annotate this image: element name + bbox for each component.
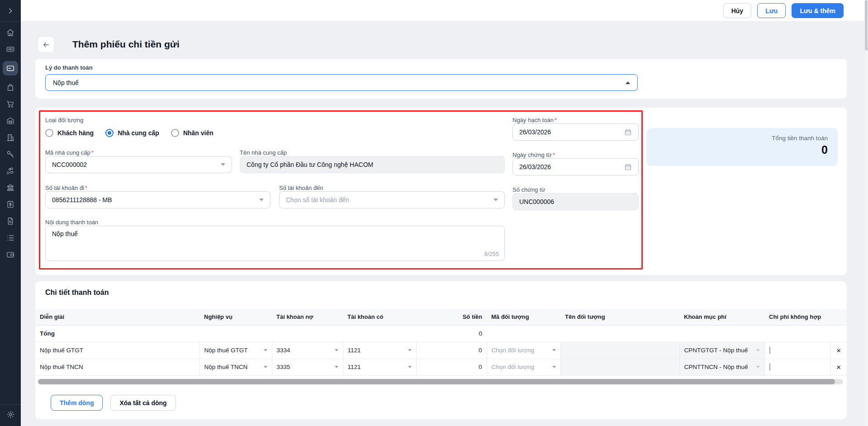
sidebar-item-settings[interactable]: [0, 404, 21, 426]
chevron-down-icon: [493, 199, 498, 201]
vertical-scrollbar-thumb[interactable]: [865, 0, 868, 51]
cancel-button[interactable]: Hủy: [723, 3, 751, 18]
sidebar-item-reports[interactable]: [3, 233, 18, 243]
list-icon: [6, 233, 15, 242]
payment-content-label: Nội dung thanh toán: [45, 219, 505, 226]
radio-employee[interactable]: Nhân viên: [171, 129, 213, 137]
account-to-select[interactable]: Chọn số tài khoản đến: [279, 191, 505, 208]
total-amount-panel: Tổng tiền thanh toán 0: [647, 128, 838, 166]
posting-date-field[interactable]: 26/03/2026: [512, 123, 639, 141]
payment-content-textarea[interactable]: Nộp thuế 8/255: [45, 226, 505, 261]
sidebar-item-ledger[interactable]: [3, 199, 18, 209]
horizontal-scrollbar-thumb[interactable]: [38, 379, 835, 384]
chevron-down-icon: [408, 349, 412, 351]
voucher-form-card: Loại đối tượng Khách hàng Nhà cung cấp N…: [35, 108, 847, 275]
horizontal-scrollbar[interactable]: [38, 379, 843, 384]
row2-object-name: [560, 359, 679, 375]
document-icon: [6, 217, 15, 226]
account-from-label: Số tài khoản đi: [45, 185, 270, 191]
document-number-label: Số chứng từ: [512, 186, 639, 193]
sidebar-item-assets[interactable]: [3, 149, 18, 159]
warehouse-icon: [6, 116, 15, 125]
row1-object-select[interactable]: Chọn đối tượng: [487, 342, 560, 359]
total-row: Tổng 0: [35, 325, 847, 342]
bank-icon: [6, 183, 15, 192]
row1-credit-select[interactable]: 1121: [343, 342, 416, 359]
col-invalid-expense: Chi phí không hợp: [764, 309, 830, 325]
gear-icon: [6, 410, 15, 419]
sidebar-item-wallet[interactable]: [3, 250, 18, 260]
col-object-code: Mã đối tượng: [487, 309, 560, 325]
save-and-add-button[interactable]: Lưu & thêm: [792, 3, 844, 18]
total-row-label: Tổng: [35, 325, 199, 342]
main-content: Thêm phiếu chi tiền gửi Lý do thanh toán…: [21, 22, 864, 426]
row2-object-select[interactable]: Chọn đối tượng: [487, 359, 560, 375]
supplier-name-field: Công ty Cổ phần Đầu tư Công nghệ HACOM: [240, 156, 505, 173]
sidebar-item-inventory[interactable]: [3, 116, 18, 126]
sidebar-item-home[interactable]: [3, 28, 18, 38]
chevron-down-icon: [335, 366, 338, 368]
row2-invalid-expense-checkbox[interactable]: [769, 363, 770, 371]
payment-reason-label: Lý do thanh toán: [45, 64, 837, 71]
row1-expense-item-select[interactable]: CPNTGTGT - Nộp thuế: [679, 342, 764, 359]
sidebar-item-company[interactable]: [3, 133, 18, 142]
radio-customer[interactable]: Khách hàng: [45, 129, 94, 137]
row1-expense-item-value: CPNTGTGT - Nộp thuế: [684, 347, 748, 354]
document-date-field[interactable]: 26/03/2026: [512, 158, 639, 175]
radio-selected-icon: [105, 129, 114, 137]
chevron-down-icon: [221, 163, 225, 166]
detail-section-title: Chi tiết thanh toán: [45, 289, 109, 297]
col-debit-account: Tài khoản nợ: [272, 309, 343, 325]
clear-rows-button[interactable]: Xóa tất cả dòng: [110, 395, 175, 411]
chevron-down-icon: [552, 349, 556, 351]
row1-credit-value: 1121: [348, 347, 361, 354]
row1-description[interactable]: Nộp thuế GTGT: [35, 342, 199, 359]
sidebar-item-tax[interactable]: [3, 183, 18, 193]
sidebar-item-documents[interactable]: [3, 216, 18, 226]
supplier-name-value: Công ty Cổ phần Đầu tư Công nghệ HACOM: [247, 161, 373, 168]
sidebar-item-purchases[interactable]: [3, 82, 18, 92]
row2-delete-button[interactable]: ✕: [830, 359, 847, 375]
payment-reason-value: Nộp thuế: [53, 79, 79, 86]
col-credit-account: Tài khoản có: [343, 309, 416, 325]
row1-debit-select[interactable]: 3334: [272, 342, 343, 359]
radio-supplier[interactable]: Nhà cung cấp: [105, 129, 159, 137]
account-from-select[interactable]: 0856211128888 - MB: [45, 191, 270, 208]
radio-icon: [171, 129, 179, 137]
row2-expense-item-select[interactable]: CPNTTNCN - Nộp thuế: [679, 359, 764, 375]
row1-delete-button[interactable]: ✕: [830, 342, 847, 359]
sidebar-item-payroll[interactable]: [3, 166, 18, 176]
sidebar-item-sales[interactable]: [3, 99, 18, 109]
row1-invalid-expense-checkbox[interactable]: [769, 346, 770, 354]
row1-amount[interactable]: 0: [416, 342, 487, 359]
save-button[interactable]: Lưu: [757, 3, 786, 18]
sidebar-item-bank-card[interactable]: [3, 61, 18, 76]
back-button[interactable]: [38, 36, 54, 53]
total-row-amount: 0: [416, 325, 487, 342]
row2-object-placeholder: Chọn đối tượng: [492, 364, 534, 370]
chevron-up-icon: [626, 81, 630, 84]
radio-supplier-label: Nhà cung cấp: [118, 129, 159, 137]
sidebar-expand-button[interactable]: [0, 0, 21, 22]
credit-card-icon: [6, 64, 15, 73]
account-to-placeholder: Chọn số tài khoản đến: [286, 196, 349, 204]
posting-date-value: 26/03/2026: [519, 128, 551, 136]
row1-operation-select[interactable]: Nộp thuế GTGT: [199, 342, 272, 359]
row2-operation-select[interactable]: Nộp thuế TNCN: [199, 359, 272, 375]
col-amount: Số tiền: [416, 309, 487, 325]
row2-credit-select[interactable]: 1121: [343, 359, 416, 375]
row1-debit-value: 3334: [277, 347, 290, 354]
row2-debit-select[interactable]: 3335: [272, 359, 343, 375]
row1-object-name: [560, 342, 679, 359]
vertical-scrollbar[interactable]: [864, 0, 868, 426]
detail-table: Diễn giải Nghiệp vụ Tài khoản nợ Tài kho…: [35, 309, 847, 376]
payment-reason-select[interactable]: Nộp thuế: [45, 74, 638, 91]
app-screen: Hủy Lưu Lưu & thêm Thêm phiếu chi tiền g…: [0, 0, 868, 426]
row1-invalid-expense-cell: [764, 342, 830, 359]
sidebar-item-cash[interactable]: [3, 44, 18, 54]
supplier-code-select[interactable]: NCC000002: [45, 156, 232, 173]
char-counter: 8/255: [484, 251, 499, 257]
add-row-button[interactable]: Thêm dòng: [51, 395, 103, 411]
row2-description[interactable]: Nộp thuế TNCN: [35, 359, 199, 375]
row2-amount[interactable]: 0: [416, 359, 487, 375]
